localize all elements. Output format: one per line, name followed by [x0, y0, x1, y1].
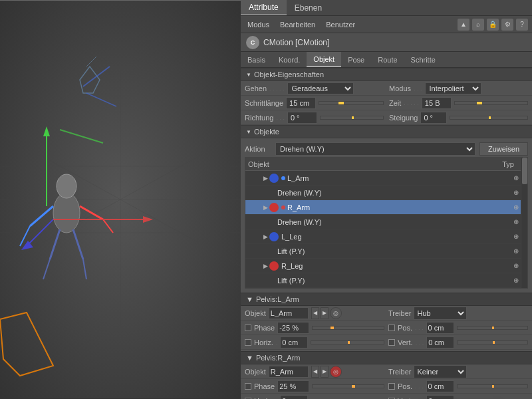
toolbar-icon-settings[interactable]: ⚙ — [501, 19, 513, 31]
pelvis-r-treiber-label: Treiber — [388, 368, 411, 376]
obj-scroll-thumb[interactable] — [522, 158, 527, 184]
obj-row-lift-r[interactable]: Lift (P.Y) ⊕ — [245, 273, 521, 288]
pelvis-l-objekt-icons: ◀ ▶ ◎ — [311, 307, 342, 319]
tab-route[interactable]: Route — [371, 52, 404, 67]
pelvis-r-horiz-label: Horiz. — [254, 397, 273, 400]
pelvis-r-pos-check[interactable] — [388, 383, 395, 390]
obj-row-r-arm[interactable]: ▶ R_Arm ⊕ — [245, 200, 521, 215]
aktion-select[interactable]: Drehen (W.Y) — [275, 142, 475, 156]
pelvis-r-phase-check[interactable] — [245, 383, 251, 390]
pelvis-l-next-btn[interactable]: ▶ — [321, 307, 329, 319]
obj-row-r-leg[interactable]: ▶ R_Leg ⊕ — [245, 259, 521, 273]
pelvis-l-horiz-slider[interactable] — [311, 340, 384, 344]
steigung-slider[interactable] — [450, 116, 528, 120]
pelvis-l-horiz-check[interactable] — [245, 339, 251, 346]
r-leg-icon — [269, 261, 279, 271]
tab-objekt[interactable]: Objekt — [307, 52, 341, 67]
tab-schritte[interactable]: Schritte — [404, 52, 442, 67]
pelvis-r-target-btn[interactable]: ◎ — [330, 366, 342, 378]
tab-basis[interactable]: Basis — [241, 52, 272, 67]
toolbar-icon-search[interactable]: ⌕ — [472, 19, 484, 31]
pelvis-l-objekt-input[interactable] — [269, 307, 309, 319]
pelvis-l-phase-input[interactable] — [277, 322, 309, 334]
pelvis-l-vert-check[interactable] — [388, 339, 395, 346]
tab-pose[interactable]: Pose — [341, 52, 371, 67]
tab-ebenen[interactable]: Ebenen — [287, 0, 330, 15]
richtung-input[interactable] — [287, 112, 317, 124]
modus-select[interactable]: Interpoliert — [425, 82, 481, 94]
zuweisen-button[interactable]: Zuweisen — [479, 142, 528, 156]
obj-row-drehen-r[interactable]: Drehen (W.Y) ⊕ — [245, 215, 521, 229]
pelvis-l-horiz-row: Horiz. . Vert. . . . — [241, 335, 532, 350]
pelvis-r-vert-label: Vert. — [398, 397, 413, 400]
pelvis-r-vert-input[interactable] — [426, 395, 454, 400]
pelvis-l-pos-slider[interactable] — [457, 326, 528, 330]
schrittlaenge-slider[interactable] — [319, 101, 384, 105]
pelvis-r-pos-slider[interactable] — [457, 384, 528, 388]
zeit-input[interactable] — [422, 97, 452, 109]
zeit-slider[interactable] — [454, 101, 528, 105]
l-leg-name: L_Leg — [281, 233, 511, 241]
toolbar-modus[interactable]: Modus — [245, 19, 272, 30]
obj-row-l-leg[interactable]: ▶ L_Leg ⊕ — [245, 229, 521, 244]
toolbar-icon-question[interactable]: ? — [516, 19, 528, 31]
pelvis-r-objekt-icons: ◀ ▶ ◎ — [311, 366, 342, 378]
pelvis-r-horiz-input[interactable] — [280, 395, 308, 400]
pelvis-r-prev-btn[interactable]: ◀ — [311, 366, 319, 378]
richtung-slider[interactable] — [320, 116, 384, 120]
pelvis-l-vert-slider[interactable] — [457, 340, 528, 344]
l-arm-name: L_Arm — [287, 174, 511, 182]
pelvis-r-pos-input[interactable] — [426, 380, 454, 392]
pelvis-l-horiz-label: Horiz. — [254, 338, 273, 346]
aktion-row: Aktion Drehen (W.Y) Zuweisen — [245, 141, 528, 157]
r-arm-expand: ▶ — [261, 203, 269, 211]
pelvis-l-objekt-row: Objekt ◀ ▶ ◎ Treiber Hub — [241, 306, 532, 321]
obj-list-scrollbar[interactable] — [521, 158, 527, 288]
viewport-3d[interactable] — [0, 0, 241, 399]
l-arm-dot — [281, 176, 285, 180]
pelvis-r-phase-slider[interactable] — [312, 384, 384, 388]
pelvis-l-phase-slider[interactable] — [312, 326, 384, 330]
pelvis-l-phase-check[interactable] — [245, 325, 251, 331]
col-typ-label: Typ — [498, 160, 518, 168]
richtung-label: Richtung — [245, 114, 273, 122]
toolbar-bearbeiten[interactable]: Bearbeiten — [277, 19, 318, 30]
toolbar-icon-lock[interactable]: 🔒 — [487, 19, 499, 31]
pelvis-l-treiber-select[interactable]: Hub — [414, 307, 467, 320]
l-arm-expand: ▶ — [261, 174, 269, 182]
pelvis-r-next-btn[interactable]: ▶ — [321, 366, 329, 378]
pelvis-r-title: Pelvis:R_Arm — [256, 354, 301, 362]
lift-r-type: ⊕ — [511, 276, 521, 285]
objects-section: Aktion Drehen (W.Y) Zuweisen Objekt Typ — [241, 138, 532, 291]
pelvis-r-treiber-select[interactable]: Keiner — [414, 365, 467, 378]
schrittlaenge-input[interactable] — [286, 97, 316, 109]
gehen-select[interactable]: Geradeaus — [287, 82, 354, 94]
pelvis-r-phase-input[interactable] — [277, 380, 309, 392]
right-panel: Attribute Ebenen Modus Bearbeiten Benutz… — [241, 0, 532, 399]
pelvis-l-target-btn[interactable]: ◎ — [330, 307, 342, 319]
pelvis-l-pos-label: Pos. — [398, 324, 412, 332]
obj-row-l-arm[interactable]: ▶ L_Arm ⊕ — [245, 171, 521, 186]
obj-row-drehen-l[interactable]: Drehen (W.Y) ⊕ — [245, 186, 521, 200]
aktion-label: Aktion — [245, 145, 271, 153]
pelvis-l-pos-check[interactable] — [388, 325, 395, 331]
pelvis-l-vert-input[interactable] — [426, 336, 454, 348]
toolbar-icon-arrow[interactable]: ▲ — [458, 19, 469, 31]
prop-row-schrittlaenge: Schrittlänge Zeit . . . . . — [241, 96, 532, 110]
pelvis-r-arm-header: ▼ Pelvis:R_Arm — [241, 351, 532, 364]
tab-koord[interactable]: Koord. — [272, 52, 307, 67]
toolbar-benutzer[interactable]: Benutzer — [323, 19, 358, 30]
pelvis-r-objekt-input[interactable] — [269, 366, 309, 378]
zeit-dots: . . . . . — [404, 100, 419, 106]
lift-r-name: Lift (P.Y) — [277, 277, 511, 285]
obj-row-lift-l[interactable]: Lift (P.Y) ⊕ — [245, 244, 521, 259]
steigung-input[interactable] — [420, 112, 447, 124]
pelvis-l-horiz-input[interactable] — [280, 336, 308, 348]
l-leg-expand: ▶ — [261, 233, 269, 241]
modus-dots: . . . — [414, 85, 422, 92]
pelvis-l-vert-label: Vert. — [398, 338, 413, 346]
pelvis-l-prev-btn[interactable]: ◀ — [311, 307, 319, 319]
tab-attribute[interactable]: Attribute — [241, 0, 287, 15]
pelvis-l-pos-input[interactable] — [426, 322, 454, 334]
drehen-r-type: ⊕ — [511, 217, 521, 227]
